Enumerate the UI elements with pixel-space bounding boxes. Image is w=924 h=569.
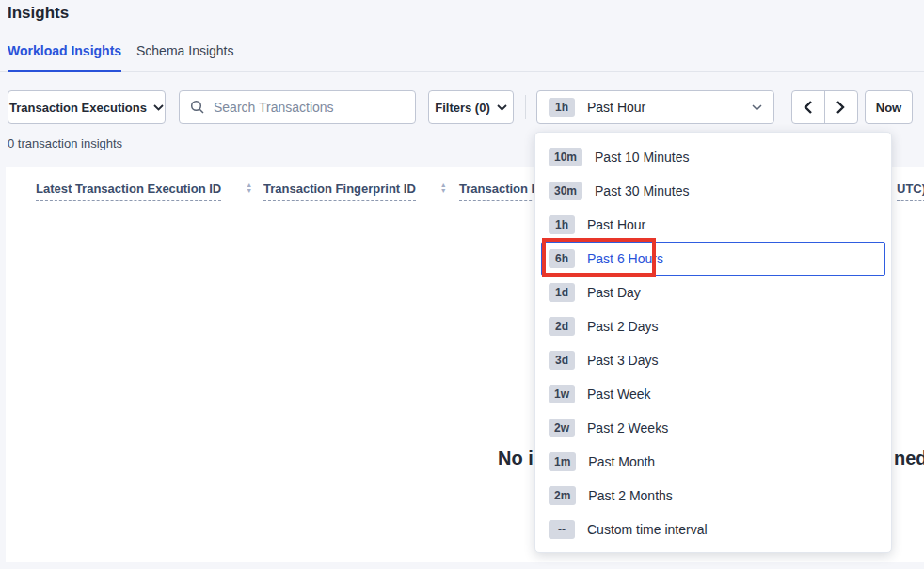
page-title: Insights — [8, 4, 69, 23]
interval-label: Past 3 Days — [587, 353, 658, 368]
interval-label: Past Hour — [587, 217, 645, 232]
previous-interval-button[interactable] — [792, 91, 825, 123]
filters-button-label: Filters (0) — [435, 101, 490, 115]
interval-label: Custom time interval — [587, 522, 708, 537]
tab-workload-insights[interactable]: Workload Insights — [8, 43, 121, 72]
tab-schema-insights[interactable]: Schema Insights — [136, 43, 234, 72]
interval-label: Past 2 Days — [587, 319, 658, 334]
next-interval-button[interactable] — [825, 91, 858, 123]
interval-badge: 1w — [549, 385, 575, 403]
time-interval-label: Past Hour — [587, 100, 645, 115]
sort-icon[interactable]: ▲▼ — [440, 182, 447, 194]
menu-item-past-day[interactable]: 1d Past Day — [535, 276, 891, 309]
workload-type-dropdown[interactable]: Transaction Executions — [8, 90, 166, 124]
tab-schema-insights-label: Schema Insights — [136, 43, 234, 58]
interval-badge: 6h — [549, 249, 575, 268]
menu-item-custom-time-interval[interactable]: -- Custom time interval — [535, 513, 891, 546]
column-header-label: UTC) — [897, 182, 924, 201]
search-input[interactable] — [179, 90, 416, 124]
workload-type-dropdown-label: Transaction Executions — [9, 101, 147, 115]
interval-badge: 3d — [549, 351, 575, 370]
interval-label: Past 10 Minutes — [595, 150, 689, 165]
chevron-down-icon — [752, 104, 762, 111]
column-header-transaction-execution[interactable]: Transaction Ex — [459, 182, 546, 201]
chevron-down-icon — [153, 104, 164, 111]
menu-item-past-2-weeks[interactable]: 2w Past 2 Weeks — [535, 411, 891, 445]
chevron-left-icon — [804, 101, 812, 114]
now-button[interactable]: Now — [865, 90, 913, 124]
chevron-right-icon — [836, 101, 845, 114]
interval-badge: 1m — [549, 452, 576, 471]
interval-label: Past 30 Minutes — [595, 183, 689, 198]
column-header-label: Transaction Ex — [459, 182, 546, 201]
interval-label: Past Month — [588, 454, 655, 469]
interval-label: Past Week — [587, 387, 650, 402]
interval-badge: 1h — [549, 215, 575, 234]
interval-badge: -- — [549, 520, 575, 539]
now-button-label: Now — [876, 101, 901, 115]
column-header-label: Transaction Fingerprint ID — [263, 182, 416, 201]
filters-button[interactable]: Filters (0) — [428, 90, 514, 124]
time-interval-selector[interactable]: 1h Past Hour — [536, 90, 774, 124]
column-header-label: Latest Transaction Execution ID — [36, 182, 221, 201]
column-header-utc-clipped[interactable]: UTC) — [897, 182, 924, 201]
menu-item-past-30-minutes[interactable]: 30m Past 30 Minutes — [535, 174, 891, 208]
interval-badge: 2d — [549, 317, 575, 336]
column-header-latest-transaction-execution-id[interactable]: Latest Transaction Execution ID ▲▼ — [36, 182, 252, 201]
interval-label: Past 6 Hours — [587, 251, 663, 266]
menu-item-past-2-months[interactable]: 2m Past 2 Months — [535, 479, 891, 513]
menu-item-past-10-minutes[interactable]: 10m Past 10 Minutes — [535, 140, 891, 174]
interval-badge: 1d — [549, 283, 575, 302]
menu-item-past-week[interactable]: 1w Past Week — [535, 377, 891, 411]
column-header-transaction-fingerprint-id[interactable]: Transaction Fingerprint ID ▲▼ — [263, 182, 447, 201]
interval-label: Past 2 Weeks — [587, 420, 668, 435]
interval-badge: 2m — [549, 486, 576, 505]
interval-label: Past 2 Months — [588, 488, 673, 503]
search-icon — [190, 100, 205, 115]
insights-page: Insights Workload Insights Schema Insigh… — [0, 0, 924, 569]
interval-badge: 2w — [549, 419, 575, 437]
menu-item-past-3-days[interactable]: 3d Past 3 Days — [535, 343, 891, 377]
time-interval-dropdown-menu: 10m Past 10 Minutes 30m Past 30 Minutes … — [534, 132, 892, 553]
chevron-down-icon — [497, 104, 507, 111]
search-transactions-field — [179, 90, 416, 124]
interval-badge: 30m — [549, 182, 582, 200]
menu-item-past-2-days[interactable]: 2d Past 2 Days — [535, 309, 891, 343]
menu-item-past-hour[interactable]: 1h Past Hour — [535, 208, 891, 242]
insights-count: 0 transaction insights — [8, 136, 122, 150]
interval-badge: 10m — [549, 148, 582, 166]
interval-label: Past Day — [587, 285, 641, 300]
tab-workload-insights-label: Workload Insights — [8, 43, 121, 58]
tab-bar: Workload Insights Schema Insights — [0, 38, 924, 72]
toolbar-divider — [525, 95, 526, 119]
menu-item-past-6-hours[interactable]: 6h Past 6 Hours — [541, 242, 885, 276]
time-range-arrows — [791, 90, 858, 124]
time-interval-badge: 1h — [549, 98, 575, 117]
active-tab-underline — [8, 70, 121, 72]
sort-icon[interactable]: ▲▼ — [246, 182, 252, 194]
menu-item-past-month[interactable]: 1m Past Month — [535, 445, 891, 479]
empty-state-message-right: ned. — [894, 448, 924, 469]
